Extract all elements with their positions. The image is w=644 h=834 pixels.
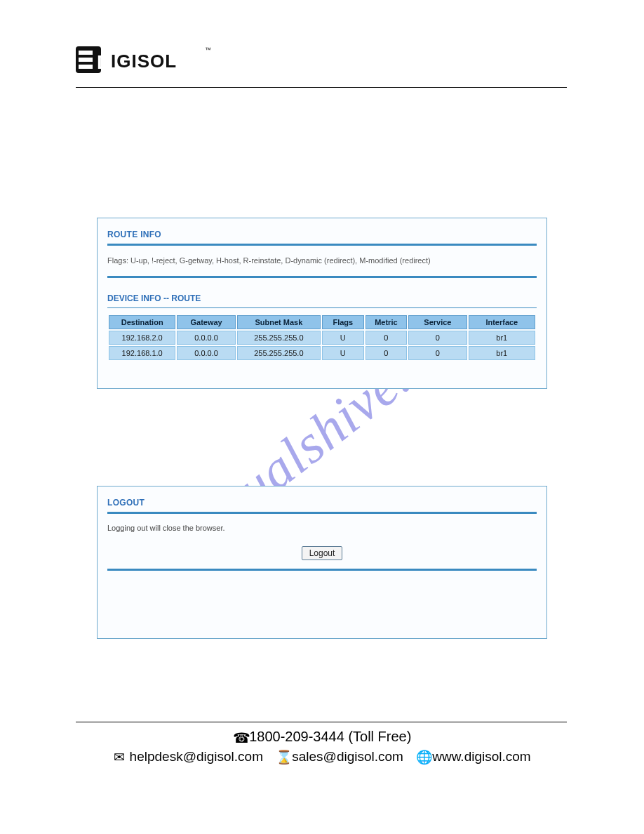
- table-row: 192.168.2.0 0.0.0.0 255.255.255.0 U 0 0 …: [109, 331, 535, 345]
- col-gateway: Gateway: [177, 315, 235, 329]
- cell-service: 0: [408, 346, 467, 360]
- divider: [107, 512, 537, 514]
- logout-panel: LOGOUT Logging out will close the browse…: [97, 486, 547, 639]
- cell-flags: U: [322, 331, 364, 345]
- cell-gateway: 0.0.0.0: [177, 346, 235, 360]
- cell-metric: 0: [365, 346, 408, 360]
- logout-button[interactable]: Logout: [302, 546, 343, 560]
- footer-helpdesk: helpdesk@digisol.com: [130, 749, 263, 764]
- cell-gateway: 0.0.0.0: [177, 331, 235, 345]
- footer-sales: sales@digisol.com: [292, 749, 403, 764]
- route-table: Destination Gateway Subnet Mask Flags Me…: [107, 314, 537, 362]
- footer-phone: 1800-209-3444 (Toll Free): [249, 729, 411, 744]
- globe-icon: 🌐: [416, 749, 429, 765]
- cell-service: 0: [408, 331, 467, 345]
- divider: [107, 244, 537, 246]
- col-destination: Destination: [109, 315, 175, 329]
- cell-destination: 192.168.1.0: [109, 346, 175, 360]
- cell-interface: br1: [469, 331, 535, 345]
- svg-text:D: D: [97, 51, 111, 73]
- logout-title: LOGOUT: [107, 498, 537, 508]
- logout-description: Logging out will close the browser.: [107, 524, 537, 532]
- svg-rect-3: [79, 65, 93, 69]
- device-info-route-title: DEVICE INFO -- ROUTE: [107, 293, 537, 303]
- col-flags: Flags: [322, 315, 364, 329]
- svg-rect-2: [79, 58, 93, 62]
- cell-subnet-mask: 255.255.255.0: [237, 331, 321, 345]
- footer-web: www.digisol.com: [432, 749, 530, 764]
- page-footer: ☎ 1800-209-3444 (Toll Free) ✉ helpdesk@d…: [0, 729, 644, 765]
- divider: [107, 276, 537, 278]
- mail-icon: ✉: [113, 749, 126, 765]
- divider: [107, 569, 537, 571]
- route-info-title: ROUTE INFO: [107, 230, 537, 239]
- table-header-row: Destination Gateway Subnet Mask Flags Me…: [109, 315, 535, 329]
- cell-interface: br1: [469, 346, 535, 360]
- svg-text:IGISOL: IGISOL: [111, 51, 177, 72]
- phone-icon: ☎: [233, 729, 246, 746]
- col-metric: Metric: [365, 315, 408, 329]
- cell-destination: 192.168.2.0: [109, 331, 175, 345]
- cell-metric: 0: [365, 331, 408, 345]
- col-interface: Interface: [469, 315, 535, 329]
- route-info-panel: ROUTE INFO Flags: U-up, !-reject, G-getw…: [97, 218, 547, 389]
- cell-subnet-mask: 255.255.255.0: [237, 346, 321, 360]
- hourglass-icon: ⌛: [276, 749, 288, 765]
- svg-rect-1: [79, 51, 93, 55]
- svg-text:™: ™: [205, 46, 211, 53]
- flags-legend: Flags: U-up, !-reject, G-getway, H-host,…: [107, 256, 537, 266]
- table-row: 192.168.1.0 0.0.0.0 255.255.255.0 U 0 0 …: [109, 346, 535, 360]
- footer-divider: [76, 722, 567, 722]
- header-divider: [76, 87, 567, 88]
- divider: [107, 307, 537, 308]
- col-subnet-mask: Subnet Mask: [237, 315, 321, 329]
- col-service: Service: [408, 315, 467, 329]
- brand-logo: D IGISOL ™: [76, 42, 216, 77]
- cell-flags: U: [322, 346, 364, 360]
